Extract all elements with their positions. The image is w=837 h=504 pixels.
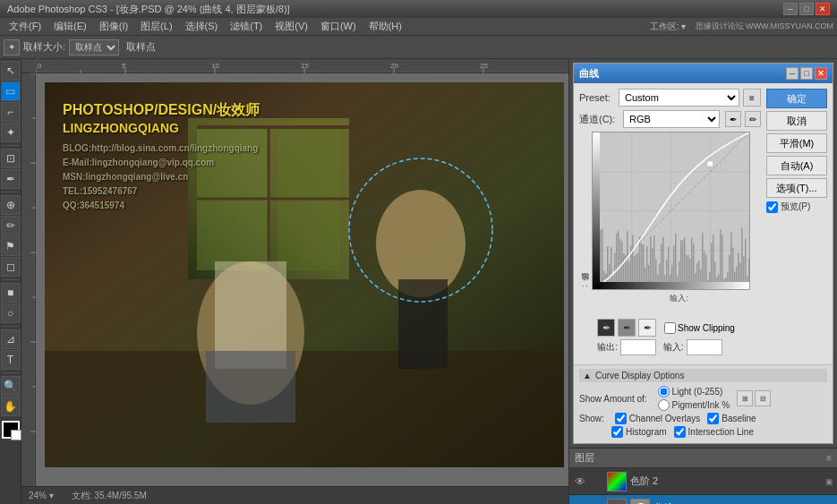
curves-minimize[interactable]: ─ [786,67,799,80]
sampler-select[interactable]: 取样点 [69,39,119,56]
menu-help[interactable]: 帮助(H) [363,18,407,35]
eyedropper-tool[interactable]: ✒ [1,169,21,189]
photo-canvas: PHOTOSHOP/DESIGN/妆效师 LINGZHONGQIANG BLOG… [45,82,564,467]
lasso-tool[interactable]: ⌐ [1,102,21,122]
preset-label: Preset: [579,92,615,103]
menu-file[interactable]: 文件(F) [4,18,47,35]
layers-panel: 图层 ≡ 👁 色阶 2 ▣ 👁 ⛓ [569,448,837,504]
output-field: 输出: [597,339,656,355]
canvas-area: 0 5 10 15 20 25 [21,59,568,504]
cancel-button[interactable]: 取消 [766,111,827,131]
show-clipping-checkbox[interactable] [664,322,676,334]
view-icons: ⊞ ⊟ [737,390,771,406]
svg-text:20: 20 [390,62,398,70]
preset-options-btn[interactable]: ≡ [743,89,761,107]
foreground-color[interactable] [2,421,20,439]
doc-info: 文档: 35.4M/95.5M [72,490,147,502]
input-axis: 输入: [579,292,761,304]
curves-maximize[interactable]: □ [800,67,813,80]
histogram-checkbox[interactable] [611,426,623,438]
type-tool[interactable]: T [1,350,21,370]
main-area: ↖ ▭ ⌐ ✦ ⊡ ✒ ⊕ ✏ ⚑ ◻ ■ ○ ⊿ T 🔍 ✋ 0 [0,59,837,504]
maximize-button[interactable]: □ [799,3,814,15]
layer-visibility-levels2[interactable]: 👁 [573,474,587,489]
show-clipping-label: Show Clipping [664,322,735,334]
brush-tool[interactable]: ✏ [1,216,21,235]
move-tool[interactable]: ↖ [1,61,21,81]
white-point-btn[interactable]: ✒ [638,319,656,337]
marquee-tool[interactable]: ▭ [1,81,21,101]
menu-filter[interactable]: 滤镜(T) [225,18,268,35]
minimize-button[interactable]: ─ [783,3,798,15]
layer-thumb-levels2 [607,472,627,491]
menu-view[interactable]: 视图(V) [269,18,313,35]
smooth-button[interactable]: 平滑(M) [766,133,827,153]
preview-row: 预览(P) [766,201,827,213]
pigment-radio[interactable] [658,399,670,411]
intersection-checkbox[interactable] [674,426,686,438]
menu-select[interactable]: 选择(S) [180,18,224,35]
menu-window[interactable]: 窗口(W) [315,18,362,35]
close-button[interactable]: ✕ [816,3,830,15]
channel-eyedropper[interactable]: ✒ [725,111,741,127]
histogram-label: Histogram [626,427,667,437]
zoom-tool[interactable]: 🔍 [1,376,21,396]
path-tool[interactable]: ⊿ [1,329,21,349]
curves-close[interactable]: ✕ [815,67,827,80]
ok-button[interactable]: 确定 [766,89,827,108]
output-input[interactable] [620,339,656,355]
watermark-info: BLOG:http://blog.sina.com.cn/lingzhongqi… [63,141,260,213]
preview-checkbox[interactable] [766,201,778,213]
layer-chain-curves4[interactable]: ⛓ [591,501,603,505]
photo-background: PHOTOSHOP/DESIGN/妆效师 LINGZHONGQIANG BLOG… [45,82,564,467]
eyedropper-tool-icon[interactable]: ✦ [4,39,20,56]
svg-text:15: 15 [301,62,309,70]
baseline-checkbox[interactable] [707,413,719,424]
layer-visibility-curves4[interactable]: 👁 [573,501,587,505]
gray-point-btn[interactable]: ✒ [618,319,636,337]
menu-image[interactable]: 图像(I) [94,18,133,35]
healing-tool[interactable]: ⊕ [1,195,21,215]
options-button[interactable]: 选项(T)... [766,178,827,198]
magic-wand-tool[interactable]: ✦ [1,123,21,142]
svg-text:0: 0 [38,62,42,70]
eraser-tool[interactable]: ◻ [1,257,21,277]
options-header[interactable]: ▲ Curve Display Options [579,369,827,382]
watermark-title2: LINGZHONGQIANG [63,120,260,138]
layer-item-levels2[interactable]: 👁 色阶 2 ▣ [569,468,837,495]
workspace-area-label: 工作区: ▾ [650,21,687,33]
channel-select[interactable]: RGB 红 绿 蓝 [623,110,720,128]
dodge-tool[interactable]: ○ [1,303,21,323]
options-show-row: Show: Channel Overlays Baseline [579,413,827,424]
layers-menu-btn[interactable]: ≡ [826,453,832,463]
baseline-check: Baseline [707,413,756,424]
input-input[interactable] [687,339,722,355]
tool-divider-4 [3,326,19,327]
canvas-content: PHOTOSHOP/DESIGN/妆效师 LINGZHONGQIANG BLOG… [36,73,568,486]
black-point-btn[interactable]: ✒ [597,319,615,337]
layer-type-levels2: ▣ [825,477,833,486]
fine-grid-icon[interactable]: ⊟ [755,390,771,406]
channel-pen-icon[interactable]: ✏ [745,111,761,127]
preset-select[interactable]: Custom [619,89,739,107]
gradient-tool[interactable]: ■ [1,283,21,303]
hand-tool[interactable]: ✋ [1,397,21,416]
auto-button[interactable]: 自动(A) [766,156,827,175]
stamp-tool[interactable]: ⚑ [1,236,21,256]
crop-tool[interactable]: ⊡ [1,149,21,168]
curves-canvas[interactable] [592,132,750,290]
menu-layer[interactable]: 图层(L) [135,18,177,35]
curves-dialog: 曲线 ─ □ ✕ Preset: Custom ≡ [573,63,833,444]
layers-header: 图层 ≡ [569,448,837,468]
layer-mask-curves4 [630,499,650,505]
curves-dialog-title: 曲线 [579,67,599,81]
output-label: 输出: [579,135,590,287]
toolbar: ✦ 取样大小: 取样点 取样点 [0,36,837,59]
layer-chain-levels2 [591,474,603,489]
light-radio[interactable] [658,386,670,397]
grid-icon[interactable]: ⊞ [737,390,753,406]
light-label: Light (0-255) [672,387,723,397]
channel-overlays-checkbox[interactable] [615,413,627,424]
layer-item-curves4[interactable]: 👁 ⛓ 曲线 4 ▣ [569,495,837,504]
menu-edit[interactable]: 编辑(E) [48,18,92,35]
